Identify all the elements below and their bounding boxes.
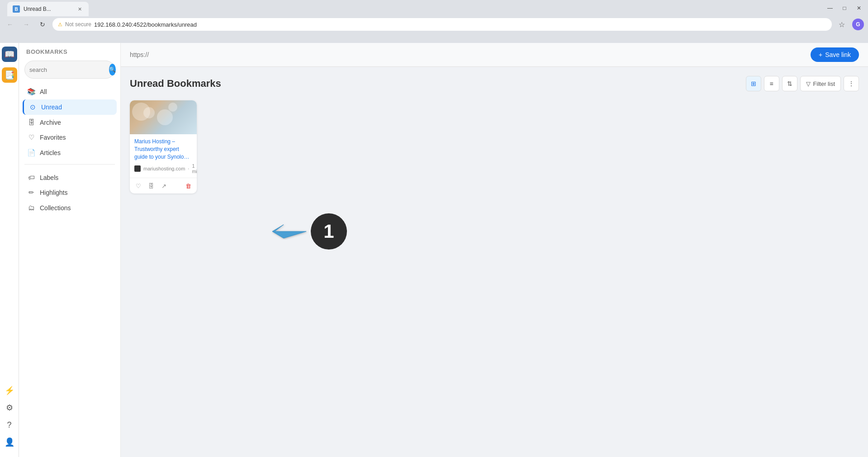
address-bar-row: ← → ↻ ⚠ Not secure 192.168.0.240:4522/bo… bbox=[0, 16, 868, 33]
archive-icon: 🗄 bbox=[27, 118, 35, 126]
maximize-button[interactable]: □ bbox=[839, 3, 850, 14]
search-button[interactable]: 🔍 bbox=[109, 64, 116, 75]
card-favorite-button[interactable]: ♡ bbox=[133, 181, 143, 191]
tab-title: Unread B... bbox=[24, 6, 72, 12]
card-actions: ♡ 🗄 ↗ 🗑 bbox=[130, 178, 197, 193]
search-input[interactable] bbox=[29, 66, 105, 73]
app-logo-icon: 📖 bbox=[2, 47, 17, 62]
sidebar-header: BOOKMARKS bbox=[19, 48, 120, 61]
more-options-button[interactable]: ⋮ bbox=[844, 76, 859, 91]
bookmark-star-button[interactable]: ☆ bbox=[835, 18, 848, 31]
bokeh-decoration bbox=[157, 109, 173, 125]
svg-marker-0 bbox=[279, 222, 311, 231]
sidebar-item-archive-label: Archive bbox=[40, 119, 61, 126]
sidebar-item-articles-label: Articles bbox=[40, 149, 61, 156]
sidebar-item-labels[interactable]: 🏷 Labels bbox=[23, 170, 117, 185]
tab-bar: B Unread B... ✕ bbox=[4, 0, 823, 16]
labels-icon: 🏷 bbox=[27, 174, 35, 181]
content-header: Unread Bookmarks ⊞ ≡ ⇅ ▽ Filter list ⋮ bbox=[130, 76, 859, 91]
window-controls: — □ ✕ bbox=[825, 3, 864, 14]
url-input[interactable] bbox=[130, 51, 806, 58]
refresh-button[interactable]: ↻ bbox=[36, 18, 49, 31]
sidebar-item-collections[interactable]: 🗂 Collections bbox=[23, 200, 117, 215]
security-label: Not secure bbox=[65, 21, 91, 28]
card-archive-button[interactable]: 🗄 bbox=[146, 181, 156, 191]
sidebar-item-highlights[interactable]: ✏ Highlights bbox=[23, 185, 117, 200]
security-icon: ⚠ bbox=[58, 22, 62, 28]
sidebar-item-unread-label: Unread bbox=[41, 104, 62, 111]
close-button[interactable]: ✕ bbox=[854, 3, 864, 14]
all-icon: 📚 bbox=[27, 88, 35, 96]
card-thumbnail bbox=[130, 100, 197, 134]
thumbnail-gradient bbox=[130, 100, 197, 134]
bokeh-decoration bbox=[143, 107, 155, 118]
sidebar-item-highlights-label: Highlights bbox=[40, 189, 67, 196]
bokeh-decoration bbox=[168, 103, 177, 112]
address-text: 192.168.0.240:4522/bookmarks/unread bbox=[94, 21, 826, 28]
page-title: Unread Bookmarks bbox=[130, 78, 221, 90]
browser-tab[interactable]: B Unread B... ✕ bbox=[7, 2, 89, 16]
settings-icon[interactable]: ⚙ bbox=[2, 400, 17, 415]
card-delete-button[interactable]: 🗑 bbox=[183, 181, 193, 191]
sidebar-item-unread[interactable]: ⊙ Unread bbox=[23, 99, 117, 115]
tab-close-button[interactable]: ✕ bbox=[76, 5, 83, 13]
filter-list-button[interactable]: ▽ Filter list bbox=[800, 76, 841, 91]
card-domain: mariushosting.com bbox=[143, 166, 185, 171]
toolbar-actions: ⊞ ≡ ⇅ ▽ Filter list ⋮ bbox=[746, 76, 859, 91]
browser-chrome: B Unread B... ✕ — □ ✕ ← → ↻ ⚠ Not secure… bbox=[0, 0, 868, 43]
tab-favicon: B bbox=[13, 5, 20, 13]
card-dot: · bbox=[188, 166, 189, 171]
filter-icon: ▽ bbox=[806, 80, 811, 87]
minimize-button[interactable]: — bbox=[825, 3, 835, 14]
sidebar-nav: 📚 All ⊙ Unread 🗄 Archive ♡ Favorites 📄 A… bbox=[19, 84, 120, 160]
back-button[interactable]: ← bbox=[4, 18, 16, 31]
address-bar[interactable]: ⚠ Not secure 192.168.0.240:4522/bookmark… bbox=[52, 18, 832, 31]
app-layout: 📖 📑 ⚡ ⚙ ? 👤 BOOKMARKS 🔍 📚 All ⊙ Unread bbox=[0, 43, 868, 457]
bookmark-card[interactable]: Marius Hosting – Trustworthy expert guid… bbox=[130, 100, 197, 193]
title-bar: B Unread B... ✕ — □ ✕ bbox=[0, 0, 868, 16]
search-box: 🔍 bbox=[24, 61, 115, 79]
annotation-number: 1 bbox=[311, 213, 347, 250]
grid-view-button[interactable]: ⊞ bbox=[746, 76, 761, 91]
icon-rail: 📖 📑 ⚡ ⚙ ? 👤 bbox=[0, 43, 19, 457]
save-link-label: Save link bbox=[825, 51, 851, 58]
sidebar: BOOKMARKS 🔍 📚 All ⊙ Unread 🗄 Archive ♡ bbox=[19, 43, 121, 457]
account-button[interactable]: G bbox=[852, 18, 864, 31]
sidebar-item-articles[interactable]: 📄 Articles bbox=[23, 145, 117, 160]
card-body: Marius Hosting – Trustworthy expert guid… bbox=[130, 134, 197, 178]
bookmarks-grid: Marius Hosting – Trustworthy expert guid… bbox=[130, 100, 859, 193]
collections-icon: 🗂 bbox=[27, 204, 35, 212]
filter-list-label: Filter list bbox=[813, 80, 835, 87]
favorites-icon: ♡ bbox=[27, 133, 35, 141]
highlights-icon: ✏ bbox=[27, 188, 35, 197]
sort-button[interactable]: ⇅ bbox=[782, 76, 797, 91]
annotation-overlay: 1 bbox=[256, 213, 347, 250]
rail-bookmarks-icon[interactable]: 📑 bbox=[2, 67, 17, 83]
card-favicon bbox=[134, 165, 141, 172]
sidebar-item-labels-label: Labels bbox=[40, 174, 58, 181]
sidebar-item-all[interactable]: 📚 All bbox=[23, 84, 117, 99]
sidebar-item-archive[interactable]: 🗄 Archive bbox=[23, 115, 117, 130]
save-link-bar: + Save link bbox=[121, 43, 868, 67]
list-view-button[interactable]: ≡ bbox=[764, 76, 779, 91]
account-avatar: G bbox=[852, 19, 864, 30]
save-link-plus-icon: + bbox=[819, 51, 822, 58]
content-area: Unread Bookmarks ⊞ ≡ ⇅ ▽ Filter list ⋮ bbox=[121, 67, 868, 457]
card-meta: mariushosting.com · 1 min bbox=[134, 163, 192, 174]
sidebar-divider bbox=[24, 164, 115, 165]
annotation-arrow bbox=[256, 213, 311, 250]
main-content: + Save link Unread Bookmarks ⊞ ≡ ⇅ ▽ Fil… bbox=[121, 43, 868, 457]
card-title: Marius Hosting – Trustworthy expert guid… bbox=[134, 138, 192, 160]
forward-button[interactable]: → bbox=[20, 18, 33, 31]
help-icon[interactable]: ? bbox=[2, 417, 17, 433]
sidebar-item-favorites-label: Favorites bbox=[40, 134, 66, 141]
sidebar-item-favorites[interactable]: ♡ Favorites bbox=[23, 130, 117, 145]
rail-bottom: ⚡ ⚙ ? 👤 bbox=[2, 383, 17, 453]
user-icon[interactable]: 👤 bbox=[2, 434, 17, 450]
articles-icon: 📄 bbox=[27, 149, 35, 157]
card-external-link-button[interactable]: ↗ bbox=[159, 181, 169, 191]
save-link-button[interactable]: + Save link bbox=[811, 47, 859, 62]
sidebar-item-all-label: All bbox=[40, 88, 47, 95]
slash-icon[interactable]: ⚡ bbox=[2, 383, 17, 398]
sidebar-item-collections-label: Collections bbox=[40, 204, 71, 212]
